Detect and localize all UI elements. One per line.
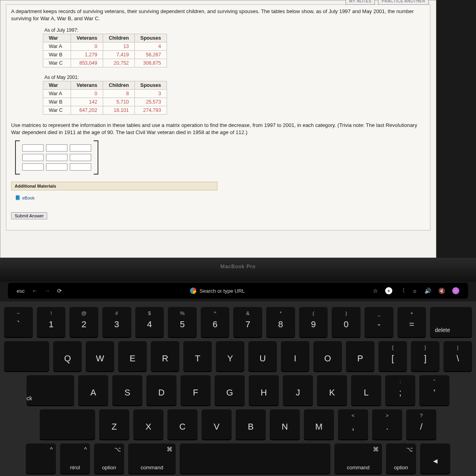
key-command-left[interactable]: ⌘command	[128, 443, 176, 474]
volume-icon[interactable]: 🔊	[424, 288, 431, 294]
refresh-icon[interactable]: ⟳	[57, 288, 62, 294]
key-`[interactable]: ~`	[4, 307, 33, 337]
key-K[interactable]: K	[317, 375, 347, 405]
additional-materials-header: Additional Materials	[11, 182, 217, 190]
touch-bar: esc ← → ⟳ Search or type URL ☆ + 〈 ☼ 🔊 🔇	[8, 283, 468, 299]
key-delete[interactable]: delete	[430, 307, 472, 337]
key-B[interactable]: B	[236, 409, 266, 440]
key-D[interactable]: D	[146, 375, 177, 405]
key-option-right[interactable]: ⌥option	[386, 443, 416, 474]
matrix-input[interactable]	[46, 144, 67, 152]
key-punct[interactable]: "'	[419, 375, 449, 405]
key-4[interactable]: $4	[135, 307, 164, 337]
key-option-left[interactable]: ⌥option	[94, 443, 124, 474]
key-Y[interactable]: Y	[216, 341, 244, 371]
key-3[interactable]: #3	[102, 307, 131, 337]
key-7[interactable]: &7	[233, 307, 262, 337]
key-W[interactable]: W	[86, 341, 114, 371]
keyboard: ~`!1@2#3$4%5^6&7*8(9)0_-+=delete QWERTYU…	[0, 301, 476, 476]
table-row: War B 1,279 7,419 56,267	[43, 51, 167, 59]
key-command-right[interactable]: ⌘command	[334, 443, 382, 474]
key-capslock[interactable]: ck	[27, 375, 74, 405]
key-J[interactable]: J	[283, 375, 313, 405]
key-arrow-left[interactable]: ◂	[420, 443, 450, 474]
key-I[interactable]: I	[281, 341, 309, 371]
matrix-input[interactable]	[70, 144, 91, 152]
key-bracket[interactable]: {[	[378, 341, 407, 371]
key-T[interactable]: T	[183, 341, 212, 371]
cell: War C	[43, 59, 71, 67]
key-S[interactable]: S	[112, 375, 142, 405]
key-M[interactable]: M	[304, 409, 334, 440]
practice-another-button[interactable]: PRACTICE ANOTHER	[378, 0, 429, 5]
star-icon[interactable]: ☆	[373, 288, 378, 294]
table-row: War A 0 8 3	[43, 90, 167, 98]
key-V[interactable]: V	[202, 409, 232, 440]
key-punct[interactable]: <,	[338, 409, 368, 440]
touchbar-search[interactable]: Search or type URL	[69, 288, 366, 294]
key-G[interactable]: G	[215, 375, 245, 405]
brightness-icon[interactable]: ☼	[412, 288, 417, 294]
table-2001: As of May 2001: War Veterans Children Sp…	[43, 75, 425, 115]
matrix-input[interactable]	[22, 163, 44, 171]
key--[interactable]: _-	[365, 307, 393, 337]
touchbar-esc[interactable]: esc	[17, 288, 25, 294]
key-punct[interactable]: ?/	[406, 409, 436, 440]
key-=[interactable]: +=	[397, 307, 426, 337]
matrix-input[interactable]	[46, 163, 67, 171]
matrix-input[interactable]	[70, 163, 91, 171]
cell: War A	[43, 42, 71, 51]
mute-icon[interactable]: 🔇	[438, 288, 445, 294]
siri-icon[interactable]	[452, 287, 459, 294]
key-2[interactable]: @2	[69, 307, 98, 337]
matrix-input[interactable]	[70, 154, 91, 161]
key-C[interactable]: C	[167, 409, 198, 440]
table-2001-data: War Veterans Children Spouses War A 0 8 …	[43, 81, 167, 115]
key-Z[interactable]: Z	[99, 409, 129, 440]
key-H[interactable]: H	[249, 375, 279, 405]
table-row: War C 853,049 20,752 308,875	[43, 59, 167, 67]
key-A[interactable]: A	[78, 375, 108, 405]
key-9[interactable]: (9	[299, 307, 328, 337]
forward-icon[interactable]: →	[44, 288, 50, 294]
th: Children	[103, 34, 135, 42]
key-Q[interactable]: Q	[53, 341, 82, 371]
key-P[interactable]: P	[346, 341, 374, 371]
question-intro: A department keeps records of surviving …	[11, 8, 425, 22]
search-placeholder: Search or type URL	[200, 288, 245, 294]
key-space[interactable]	[180, 443, 330, 474]
submit-answer-button[interactable]: Submit Answer	[11, 212, 47, 219]
key-X[interactable]: X	[133, 409, 163, 440]
question-panel: A department keeps records of surviving …	[6, 4, 430, 230]
key-control[interactable]: ^ntrol	[60, 443, 90, 474]
key-punct[interactable]: >.	[372, 409, 402, 440]
key-6[interactable]: ^6	[201, 307, 230, 337]
key-bracket[interactable]: |\	[443, 341, 472, 371]
key-U[interactable]: U	[248, 341, 277, 371]
key-R[interactable]: R	[151, 341, 179, 371]
key-8[interactable]: *8	[266, 307, 295, 337]
back-icon[interactable]: ←	[32, 288, 37, 294]
new-tab-icon[interactable]: +	[385, 287, 392, 294]
key-1[interactable]: !1	[37, 307, 66, 337]
key-F[interactable]: F	[180, 375, 211, 405]
key-shift[interactable]	[40, 409, 95, 440]
key-L[interactable]: L	[351, 375, 381, 405]
key-fn[interactable]: ^	[26, 443, 56, 474]
key-punct[interactable]: :;	[385, 375, 415, 405]
ebook-link[interactable]: 📘 eBook	[15, 195, 35, 200]
key-5[interactable]: %5	[168, 307, 197, 337]
key-bracket[interactable]: }]	[411, 341, 440, 371]
matrix-input[interactable]	[22, 154, 44, 161]
key-E[interactable]: E	[118, 341, 147, 371]
key-0[interactable]: )0	[332, 307, 361, 337]
matrix-input[interactable]	[46, 154, 67, 161]
key-tab[interactable]	[4, 341, 49, 371]
key-N[interactable]: N	[270, 409, 300, 440]
key-O[interactable]: O	[313, 341, 342, 371]
cell: 0	[71, 42, 103, 51]
cell: 0	[71, 90, 103, 98]
matrix-input[interactable]	[22, 144, 44, 152]
my-notes-button[interactable]: MY NOTES	[345, 0, 375, 5]
chevron-left-icon[interactable]: 〈	[399, 287, 405, 294]
